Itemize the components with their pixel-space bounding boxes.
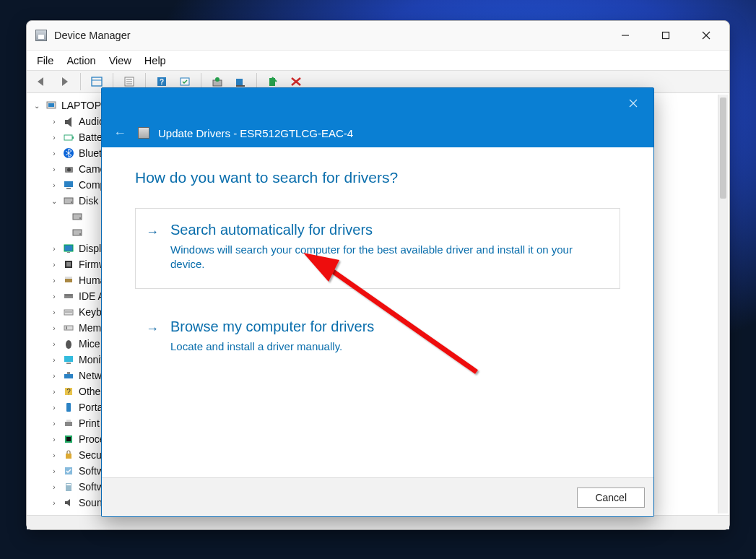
other-icon: ? — [63, 386, 74, 397]
minimize-button[interactable] — [605, 21, 646, 50]
svg-rect-46 — [64, 326, 73, 330]
svg-rect-24 — [72, 136, 74, 139]
cancel-button[interactable]: Cancel — [577, 488, 645, 508]
svg-rect-40 — [65, 279, 72, 282]
svg-rect-43 — [65, 295, 72, 295]
close-button[interactable] — [686, 21, 726, 50]
svg-rect-4 — [92, 77, 102, 86]
svg-rect-39 — [66, 262, 71, 266]
softcomp-icon — [63, 465, 74, 477]
option-description: Windows will search your computer for th… — [170, 243, 605, 272]
status-bar — [27, 515, 729, 529]
dialog-title: Update Drivers - ESR512GTLCG-EAC-4 — [158, 127, 353, 139]
svg-rect-21 — [48, 103, 54, 107]
svg-rect-37 — [67, 252, 70, 253]
menu-bar: File Action View Help — [27, 50, 729, 71]
arrow-icon: → — [146, 321, 159, 337]
mouse-icon — [63, 338, 74, 350]
portable-icon — [63, 402, 74, 413]
menu-action[interactable]: Action — [66, 55, 95, 66]
svg-point-48 — [66, 340, 71, 349]
tree-label: LAPTOP — [61, 100, 101, 111]
svg-text:?: ? — [66, 388, 71, 396]
svg-rect-51 — [64, 374, 73, 378]
print-icon — [63, 417, 74, 429]
display-icon — [63, 243, 74, 254]
disk-icon — [71, 227, 83, 238]
memory-icon — [63, 322, 74, 334]
softdev-icon — [63, 481, 74, 493]
maximize-button[interactable] — [646, 21, 686, 50]
cpu-icon — [63, 433, 74, 445]
dialog-heading: How do you want to search for drivers? — [135, 169, 620, 186]
svg-rect-16 — [236, 85, 245, 87]
svg-rect-22 — [65, 120, 68, 124]
ide-icon — [63, 290, 74, 302]
bluetooth-icon — [63, 147, 74, 159]
keyboard-icon — [63, 306, 74, 318]
camera-icon — [63, 163, 74, 175]
svg-point-14 — [215, 77, 220, 82]
option-description: Locate and install a driver manually. — [170, 339, 605, 354]
option-search-automatically[interactable]: → Search automatically for drivers Windo… — [135, 208, 620, 289]
computer-icon — [45, 100, 57, 111]
update-drivers-dialog: ← Update Drivers - ESR512GTLCG-EAC-4 How… — [101, 87, 654, 517]
window-title: Device Manager — [54, 30, 131, 41]
svg-rect-42 — [64, 294, 73, 298]
svg-rect-36 — [64, 245, 73, 251]
svg-rect-28 — [64, 181, 73, 187]
security-icon — [63, 449, 74, 461]
firmware-icon — [63, 259, 74, 270]
option-title: Browse my computer for drivers — [170, 318, 605, 335]
svg-rect-63 — [66, 484, 71, 485]
option-browse-computer[interactable]: → Browse my computer for drivers Locate … — [135, 305, 620, 370]
svg-rect-23 — [64, 135, 72, 140]
disk-icon — [63, 195, 74, 207]
svg-rect-1 — [663, 32, 669, 39]
audio-icon — [63, 116, 74, 127]
app-icon — [35, 30, 47, 41]
svg-point-35 — [79, 233, 81, 235]
title-bar[interactable]: Device Manager — [27, 21, 729, 50]
svg-rect-56 — [65, 422, 72, 426]
svg-rect-41 — [65, 277, 72, 279]
dialog-back-button[interactable]: ← — [110, 126, 129, 141]
svg-point-33 — [79, 217, 81, 219]
dialog-footer: Cancel — [102, 477, 653, 516]
monitor-icon — [63, 179, 74, 191]
hid-icon — [63, 274, 74, 286]
svg-rect-52 — [67, 372, 70, 374]
network-icon — [63, 370, 74, 381]
scrollbar-thumb[interactable] — [720, 98, 726, 199]
svg-rect-15 — [236, 79, 243, 85]
svg-rect-59 — [66, 437, 71, 441]
menu-view[interactable]: View — [109, 55, 131, 66]
svg-point-27 — [67, 168, 71, 172]
device-icon — [138, 127, 149, 139]
forward-button[interactable] — [54, 72, 74, 91]
monitor2-icon — [63, 354, 74, 365]
back-button[interactable] — [31, 72, 51, 91]
disk-icon — [71, 211, 83, 222]
svg-rect-29 — [66, 188, 71, 189]
menu-help[interactable]: Help — [144, 55, 166, 66]
svg-rect-55 — [66, 403, 71, 412]
svg-rect-50 — [66, 363, 71, 364]
svg-text:?: ? — [160, 78, 164, 86]
battery-icon — [63, 131, 74, 143]
option-title: Search automatically for drivers — [170, 222, 605, 238]
vertical-scrollbar[interactable] — [718, 95, 728, 514]
svg-rect-57 — [66, 420, 71, 422]
svg-rect-60 — [66, 454, 71, 459]
menu-file[interactable]: File — [37, 55, 53, 66]
svg-rect-47 — [66, 326, 67, 329]
sound-icon — [63, 497, 74, 508]
arrow-icon: → — [146, 225, 159, 240]
svg-rect-49 — [64, 356, 73, 362]
svg-point-31 — [71, 202, 72, 203]
dialog-close-button[interactable] — [619, 92, 648, 114]
dialog-caption-bar[interactable] — [102, 88, 653, 118]
